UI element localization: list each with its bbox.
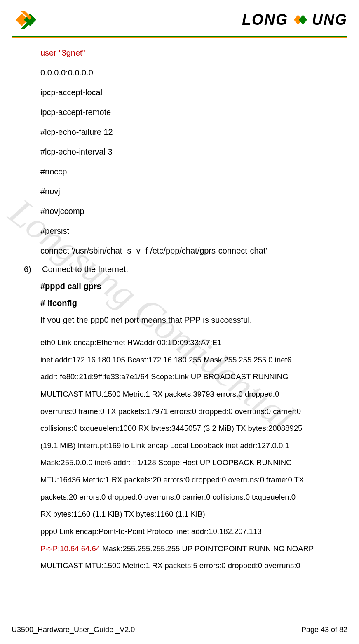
ifcfg-line: Mask:255.0.0.0 inet6 addr: ::1/128 Scope… [40,454,335,471]
company-logo-icon [12,7,40,32]
success-note: If you get the ppp0 net port means that … [24,315,335,325]
step-text: Connect to the Internet: [42,265,128,274]
ifcfg-line: addr: fe80::21d:9ff:fe33:a7e1/64 Scope:L… [40,368,335,385]
config-user: user "3gnet" [40,47,335,59]
step-number: 6) [24,265,35,274]
page-footer: U3500_Hardware_User_Guide _V2.0 Page 43 … [12,625,347,634]
ifcfg-line: MTU:16436 Metric:1 RX packets:20 errors:… [40,471,335,489]
svg-marker-5 [299,15,307,25]
ifcfg-line: RX bytes:1160 (1.1 KiB) TX bytes:1160 (1… [40,505,335,523]
config-ipcp-remote: ipcp-accept-remote [40,106,335,118]
brand-text-left: LONG [242,11,288,28]
page-header: LONG UNG [0,0,359,36]
config-ipcp-local: ipcp-accept-local [40,87,335,99]
footer-divider [12,619,347,619]
footer-page-number: Page 43 of 82 [301,625,347,634]
ifcfg-line: packets:20 errors:0 dropped:0 overruns:0… [40,489,335,506]
ifcfg-line: (19.1 MiB) Interrupt:169 lo Link encap:L… [40,437,335,454]
footer-doc-title: U3500_Hardware_User_Guide _V2.0 [12,625,135,634]
brand-middle-icon [291,12,310,28]
ifcfg-line: inet addr:172.16.180.105 Bcast:172.16.18… [40,351,335,369]
ifcfg-line: MULTICAST MTU:1500 Metric:1 RX packets:3… [40,385,335,403]
config-ip: 0.0.0.0:0.0.0.0 [40,67,335,79]
ifcfg-ptp-red: P-t-P:10.64.64.64 [40,544,100,553]
header-divider [12,36,347,38]
config-noccp: #noccp [40,166,335,178]
ifcfg-line: ppp0 Link encap:Point-to-Point Protocol … [40,523,335,540]
step-6: 6) Connect to the Internet: [24,265,335,274]
ppp-config-block: user "3gnet" 0.0.0.0:0.0.0.0 ipcp-accept… [24,47,335,257]
ifcfg-line: eth0 Link encap:Ethernet HWaddr 00:1D:09… [40,334,335,351]
config-lcp-interval: #lcp-echo-interval 3 [40,146,335,158]
cmd-ifconfig: # ifconfig [40,298,335,308]
ifconfig-output: eth0 Link encap:Ethernet HWaddr 00:1D:09… [24,334,335,574]
config-lcp-failure: #lcp-echo-failure 12 [40,126,335,138]
config-novj: #novj [40,186,335,197]
ifcfg-line: MULTICAST MTU:1500 Metric:1 RX packets:5… [40,557,335,574]
command-block: #pppd call gprs # ifconfig [24,282,335,308]
page-content: Longsung Confidential user "3gnet" 0.0.0… [0,40,359,574]
ifcfg-line: collisions:0 txqueuelen:1000 RX bytes:34… [40,420,335,437]
config-persist: #persist [40,225,335,237]
ifcfg-ptp-rest: Mask:255.255.255.255 UP POINTOPOINT RUNN… [100,544,314,553]
ifcfg-line: P-t-P:10.64.64.64 Mask:255.255.255.255 U… [40,540,335,557]
brand-text-right: UNG [312,11,347,28]
ifcfg-line: overruns:0 frame:0 TX packets:17971 erro… [40,403,335,420]
config-novjccomp: #novjccomp [40,205,335,217]
cmd-pppd: #pppd call gprs [40,282,335,291]
brand-wordmark: LONG UNG [242,11,347,28]
config-connect: connect '/usr/sbin/chat -s -v -f /etc/pp… [40,245,335,257]
